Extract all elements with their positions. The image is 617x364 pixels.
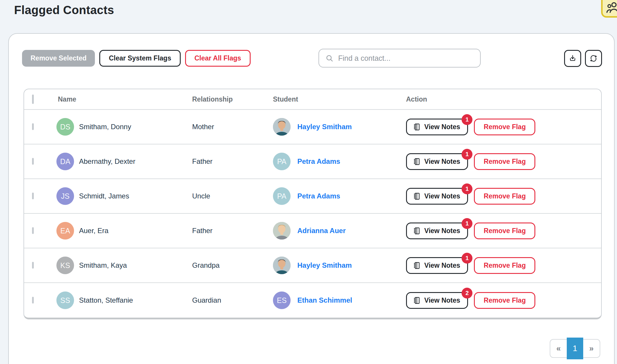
download-button[interactable] [564,50,581,67]
notes-count-badge: 2 [462,288,472,299]
search-input[interactable] [338,54,480,63]
notes-count-badge: 1 [462,218,472,229]
notebook-icon [413,158,421,166]
notes-count-badge: 1 [462,149,472,160]
relationship: Father [192,227,273,235]
remove-flag-button[interactable]: Remove Flag [474,257,535,274]
column-header-name: Name [55,95,192,103]
view-notes-label: View Notes [424,296,460,304]
student-avatar: ES [273,291,291,309]
clear-all-flags-button[interactable]: Clear All Flags [185,50,251,67]
relationship: Father [192,157,273,166]
column-header-action: Action [406,95,601,103]
notebook-icon [413,123,421,131]
relationship: Uncle [192,192,273,200]
flagged-contacts-card: Remove Selected Clear System Flags Clear… [8,33,615,364]
student-avatar [273,257,291,274]
pagination-prev-button[interactable]: « [550,340,567,357]
student-initials: ES [277,296,286,305]
contact-avatar: JS [56,187,74,205]
table-row: KS Smitham, Kaya Grandpa Hayley Smitham [24,248,601,283]
notes-count-badge: 1 [462,114,472,125]
view-notes-button[interactable]: View Notes [406,188,468,205]
remove-flag-button[interactable]: Remove Flag [474,292,535,309]
notebook-icon [413,192,421,200]
view-notes-button[interactable]: View Notes [406,119,468,135]
search-icon [326,54,333,62]
student-avatar [273,118,291,136]
pagination-next-button[interactable]: » [583,340,600,357]
remove-flag-button[interactable]: Remove Flag [474,188,535,205]
notebook-icon [413,262,421,269]
student-link[interactable]: Ethan Schimmel [297,296,352,304]
student-initials: PA [277,157,286,166]
contact-name: Statton, Steffanie [79,296,133,304]
flagged-contacts-table: Name Relationship Student Action DS Smit… [24,89,602,319]
column-header-relationship: Relationship [192,95,273,103]
contact-name: Auer, Era [79,227,108,235]
student-photo [273,118,291,136]
contact-avatar: DS [56,118,74,136]
view-notes-button[interactable]: View Notes [406,292,468,309]
student-avatar [273,222,291,240]
view-notes-button[interactable]: View Notes [406,257,468,274]
notes-count-badge: 1 [462,253,472,264]
row-checkbox[interactable] [32,123,34,130]
table-row: DS Smitham, Donny Mother Hayley Smitham [24,110,601,144]
toolbar: Remove Selected Clear System Flags Clear… [22,50,251,67]
table-body: DS Smitham, Donny Mother Hayley Smitham [24,110,601,318]
relationship: Guardian [192,296,273,304]
clear-system-flags-button[interactable]: Clear System Flags [99,50,180,67]
contact-avatar: EA [56,222,74,240]
remove-selected-button[interactable]: Remove Selected [22,50,95,67]
select-all-checkbox[interactable] [32,95,34,104]
notebook-icon [413,296,421,304]
remove-flag-button[interactable]: Remove Flag [474,119,535,135]
view-notes-button[interactable]: View Notes [406,223,468,239]
table-row: JS Schmidt, James Uncle PA Petra Adams [24,179,601,214]
student-link[interactable]: Petra Adams [297,192,340,200]
row-checkbox[interactable] [32,262,34,269]
column-header-student: Student [273,95,406,103]
row-checkbox[interactable] [32,227,34,234]
remove-flag-button[interactable]: Remove Flag [474,223,535,239]
download-icon [569,54,577,63]
table-row: SS Statton, Steffanie Guardian ES Ethan … [24,283,601,318]
pagination-current-page[interactable]: 1 [567,338,583,359]
student-link[interactable]: Adrianna Auer [297,227,346,235]
contact-avatar: DA [56,153,74,170]
student-link[interactable]: Hayley Smitham [297,123,352,131]
contacts-corner-tab[interactable] [601,0,617,18]
contact-name: Smitham, Kaya [79,261,127,269]
student-link[interactable]: Hayley Smitham [297,261,352,269]
contact-avatar: SS [56,291,74,309]
contact-avatar: KS [56,257,74,274]
relationship: Grandpa [192,261,273,269]
student-initials: PA [277,192,286,200]
view-notes-label: View Notes [424,227,460,235]
pagination: « 1 » [550,339,600,358]
row-checkbox[interactable] [32,193,34,199]
refresh-icon [589,54,598,63]
table-row: DA Abernathy, Dexter Father PA Petra Ada… [24,144,601,179]
remove-flag-button[interactable]: Remove Flag [474,153,535,170]
view-notes-label: View Notes [424,262,460,269]
contact-name: Abernathy, Dexter [79,157,135,166]
student-avatar: PA [273,153,291,170]
table-row: EA Auer, Era Father Adrianna Auer [24,214,601,248]
row-checkbox[interactable] [32,297,34,304]
search-box [318,49,481,68]
contact-name: Smitham, Donny [79,123,131,131]
row-checkbox[interactable] [32,158,34,165]
view-notes-label: View Notes [424,192,460,200]
notebook-icon [413,227,421,235]
page-title: Flagged Contacts [14,4,114,17]
view-notes-button[interactable]: View Notes [406,153,468,170]
student-link[interactable]: Petra Adams [297,157,340,166]
refresh-button[interactable] [585,50,602,67]
relationship: Mother [192,123,273,131]
view-notes-label: View Notes [424,158,460,166]
notes-count-badge: 1 [462,183,472,194]
student-avatar: PA [273,187,291,205]
group-icon [606,1,617,13]
